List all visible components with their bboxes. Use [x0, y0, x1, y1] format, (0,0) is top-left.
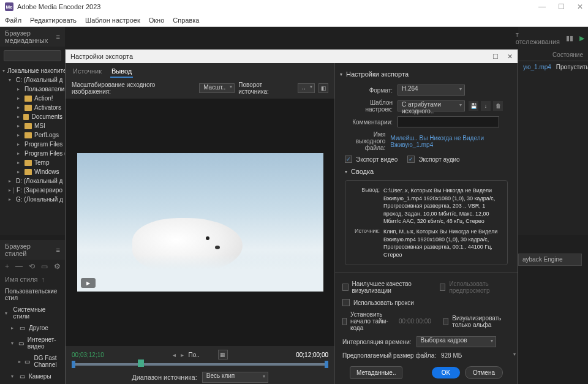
current-time[interactable]: 00;03;12;10: [72, 352, 104, 358]
export-settings-section[interactable]: ▾Настройки экспорта: [340, 68, 513, 80]
maximize-icon[interactable]: ☐: [558, 2, 565, 11]
folder-icon: ▭: [18, 340, 24, 347]
step-fwd-icon[interactable]: ▸: [181, 352, 184, 358]
tree-folder[interactable]: ▸Activators: [0, 103, 65, 112]
export-video-checkbox[interactable]: ✓: [345, 156, 352, 163]
format-label: Формат:: [345, 87, 398, 94]
format-select[interactable]: H.264: [398, 85, 465, 96]
tree-root[interactable]: ▾Локальные накопители: [0, 66, 65, 75]
tree-folder[interactable]: ▸MSI: [0, 121, 65, 130]
menubar: Файл Редактировать Шаблон настроек Окно …: [0, 13, 588, 27]
import-preset-icon[interactable]: ↓: [481, 101, 491, 111]
metadata-button[interactable]: Метаданные..: [350, 366, 402, 379]
tree-drive-f[interactable]: ▸F: (Зарезервиро: [0, 186, 65, 195]
aspect-icon[interactable]: ▦: [218, 350, 228, 360]
folder-icon: [24, 132, 32, 138]
sync-icon[interactable]: ⟲: [29, 262, 35, 271]
close-icon[interactable]: ✕: [577, 2, 583, 11]
tree-folder[interactable]: ▸Action!: [0, 94, 65, 103]
new-folder-icon[interactable]: ▭: [41, 262, 48, 271]
tree-folder[interactable]: ▸Windows: [0, 167, 65, 176]
settings-scroll[interactable]: ▾Настройки экспорта Формат: H.264 Шаблон…: [335, 63, 518, 273]
step-back-icon[interactable]: ◂: [173, 352, 176, 358]
status-column: Состояние: [552, 51, 583, 58]
preset-select[interactable]: С атрибутами исходного..: [398, 100, 465, 111]
style-column-header[interactable]: Имя стиля↑: [0, 273, 65, 285]
queue-panel: т отслеживания ▮▮ ▶ Состояние ую_1.mp4 П…: [518, 27, 588, 235]
play-overlay-icon[interactable]: ▶: [81, 278, 96, 288]
out-point-handle[interactable]: [325, 361, 328, 368]
style-item[interactable]: ▾▭Камеры: [0, 371, 65, 382]
pause-icon[interactable]: ▮▮: [566, 34, 573, 42]
tab-output[interactable]: Вывод: [110, 66, 133, 78]
summary-section[interactable]: ▾Сводка: [345, 165, 508, 178]
export-settings-dialog: Настройки экспорта ☐ ✕ Источник Вывод Ма…: [65, 49, 518, 384]
tree-drive-d[interactable]: ▸D: (Локальный д: [0, 176, 65, 186]
menu-help[interactable]: Справка: [173, 17, 199, 24]
delete-preset-icon[interactable]: 🗑: [493, 101, 503, 111]
panel-menu-icon[interactable]: ≡: [56, 33, 60, 40]
crop-icon[interactable]: ◧: [318, 83, 328, 93]
save-preset-icon[interactable]: 💾: [469, 101, 478, 111]
remove-icon[interactable]: —: [15, 262, 23, 271]
fit-select[interactable]: По..: [189, 352, 213, 358]
style-item[interactable]: ▸▭Другое: [0, 322, 65, 334]
settings-icon[interactable]: ⚙: [54, 262, 61, 271]
dialog-close-icon[interactable]: ✕: [507, 53, 513, 61]
tree-folder[interactable]: ▸Пользователи: [0, 85, 65, 94]
interpolation-select[interactable]: Выборка кадров: [417, 336, 496, 347]
comments-input[interactable]: [398, 116, 499, 127]
total-time: 00;12;00;00: [296, 352, 328, 358]
queue-item[interactable]: ую_1.mp4 Пропустить: [518, 61, 588, 73]
preview-toolbar: Масштабирование исходного изображения: М…: [66, 78, 334, 99]
scale-select[interactable]: Масшт..: [199, 83, 235, 93]
tree-drive-g[interactable]: ▸G: (Локальный д: [0, 195, 65, 204]
panel-menu-icon[interactable]: ≡: [56, 246, 60, 254]
tree-drive-c[interactable]: ▾C: (Локальный д: [0, 75, 65, 85]
playhead[interactable]: [138, 360, 144, 367]
tree-folder[interactable]: ▸PerfLogs: [0, 130, 65, 140]
dialog-maximize-icon[interactable]: ☐: [492, 53, 499, 61]
folder-icon: ▭: [20, 373, 25, 380]
cancel-button[interactable]: Отмена: [465, 366, 503, 379]
menu-edit[interactable]: Редактировать: [30, 17, 77, 24]
ok-button[interactable]: OK: [432, 367, 460, 378]
menu-file[interactable]: Файл: [5, 17, 21, 24]
source-output-tabs: Источник Вывод: [66, 63, 334, 78]
menu-window[interactable]: Окно: [149, 17, 165, 24]
tree-folder[interactable]: ▸Program Files: [0, 140, 65, 149]
tree-folder[interactable]: ▸Program Files (: [0, 149, 65, 158]
comments-label: Комментарии:: [345, 119, 398, 126]
style-browser-header: Браузер стилей ≡: [0, 240, 65, 260]
folder-icon: [24, 169, 32, 175]
play-icon[interactable]: ▶: [579, 34, 584, 42]
use-proxy-checkbox[interactable]: [342, 299, 350, 306]
rotate-select[interactable]: ..: [298, 83, 315, 93]
output-file-link[interactable]: ую_1.mp4: [523, 64, 551, 70]
skip-button[interactable]: Пропустить: [556, 64, 588, 70]
renderer-select[interactable]: ayback Engine: [518, 254, 582, 266]
system-styles-group[interactable]: ▾Системные стили: [0, 304, 65, 322]
folder-icon: ▭: [20, 325, 25, 331]
style-item[interactable]: ▸▭DG Fast Channel: [0, 352, 65, 371]
media-browser-filter[interactable]: [4, 50, 61, 61]
user-styles-group[interactable]: Пользовательские стил: [0, 285, 65, 304]
render-alpha-checkbox[interactable]: [443, 318, 448, 325]
source-range-select[interactable]: Весь клип: [202, 372, 268, 383]
tab-source[interactable]: Источник: [72, 66, 103, 78]
style-item[interactable]: ▾▭Интернет-видео: [0, 334, 65, 352]
in-point-handle[interactable]: [72, 361, 75, 368]
use-preview-label: Использовать предпросмотр: [449, 280, 510, 294]
tree-folder[interactable]: ▸Temp: [0, 158, 65, 167]
timeline-track[interactable]: [72, 363, 328, 366]
use-proxy-label: Использовать прокси: [353, 299, 414, 306]
interpolation-label: Интерполяция времени:: [342, 339, 412, 345]
tree-folder[interactable]: ▸Documents: [0, 112, 65, 121]
export-audio-checkbox[interactable]: ✓: [407, 156, 415, 163]
output-name-link[interactable]: Милейш.. Вы Никогда не Видели Вживую_1.m…: [390, 135, 508, 148]
best-quality-checkbox[interactable]: [342, 284, 349, 291]
set-timecode-checkbox[interactable]: [342, 318, 347, 325]
minimize-icon[interactable]: —: [538, 2, 546, 11]
add-icon[interactable]: +: [5, 262, 9, 271]
menu-preset[interactable]: Шаблон настроек: [85, 17, 140, 24]
